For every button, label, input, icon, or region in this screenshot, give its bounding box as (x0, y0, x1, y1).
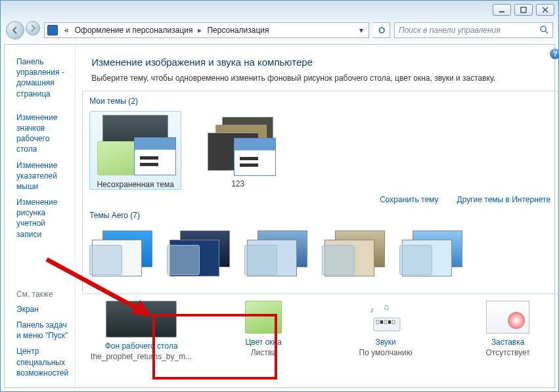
minimize-button[interactable] (493, 4, 511, 16)
sidebar-link-taskbar[interactable]: Панель задач и меню "Пуск" (16, 317, 68, 343)
setting-color[interactable]: Цвет окна Листва (211, 301, 316, 357)
breadcrumb: « Оформление и персонализация ▸ Персонал… (62, 24, 272, 36)
breadcrumb-item[interactable]: Оформление и персонализация (72, 24, 196, 36)
save-theme-link[interactable]: Сохранить тему (380, 195, 438, 204)
svg-text:♪: ♪ (370, 305, 374, 315)
toolbar: « Оформление и персонализация ▸ Персонал… (1, 19, 558, 41)
svg-rect-8 (380, 320, 383, 324)
setting-background-value: the_prophet_returns_by_m... (89, 352, 194, 361)
sidebar-link-display[interactable]: Экран (16, 301, 68, 317)
svg-rect-9 (384, 320, 387, 324)
sidebar-link-account[interactable]: Изменение рисунка учетной записи (16, 194, 68, 242)
window-frame: « Оформление и персонализация ▸ Персонал… (0, 0, 559, 392)
titlebar (1, 1, 558, 19)
sidebar-link-icons[interactable]: Изменение значков рабочего стола (16, 110, 68, 158)
setting-sounds-link[interactable]: Звуки (333, 338, 438, 347)
setting-sounds[interactable]: ♪ ♫ Звуки По умолчанию (333, 301, 438, 357)
theme-name: Несохраненная тема (90, 180, 181, 189)
search-placeholder: Поиск в панели управления (399, 26, 501, 35)
aero-theme[interactable] (399, 225, 465, 280)
svg-text:♫: ♫ (383, 303, 389, 312)
svg-rect-11 (392, 320, 395, 324)
setting-color-link[interactable]: Цвет окна (211, 338, 316, 347)
main-content: ? Изменение изображения и звука на компь… (76, 45, 559, 387)
more-themes-link[interactable]: Другие темы в Интернете (457, 195, 551, 204)
forward-button[interactable] (26, 21, 40, 35)
search-input[interactable]: Поиск в панели управления (394, 22, 553, 38)
theme-thumbnail (195, 111, 280, 177)
setting-color-value: Листва (211, 348, 316, 357)
nav-buttons (6, 21, 40, 39)
svg-point-2 (541, 26, 546, 32)
maximize-button[interactable] (514, 4, 533, 16)
svg-line-3 (545, 31, 548, 33)
sidebar-link-accessibility[interactable]: Центр специальных возможностей (16, 343, 68, 381)
sounds-icon: ♪ ♫ (366, 301, 405, 334)
setting-screensaver-link[interactable]: Заставка (455, 338, 559, 347)
see-also-header: См. также (16, 290, 68, 299)
themes-list[interactable]: Мои темы (2) Несохраненная тема (82, 91, 559, 294)
setting-background[interactable]: Фон рабочего стола the_prophet_returns_b… (89, 301, 194, 361)
control-panel-icon (47, 25, 58, 35)
sidebar-link-home[interactable]: Панель управления - домашняя страница (16, 54, 68, 102)
sidebar-link-cursors[interactable]: Изменение указателей мыши (16, 158, 68, 195)
help-icon[interactable]: ? (550, 49, 559, 59)
address-bar[interactable]: « Оформление и персонализация ▸ Персонал… (44, 22, 369, 38)
page-description: Выберите тему, чтобы одновременно измени… (76, 73, 559, 91)
aero-theme[interactable] (167, 225, 233, 280)
address-dropdown-icon[interactable]: ▾ (357, 26, 366, 35)
refresh-button[interactable] (373, 22, 390, 38)
group-aero-label: Темы Aero (7) (85, 208, 558, 221)
back-button[interactable] (6, 21, 24, 39)
svg-rect-10 (388, 320, 391, 324)
color-thumb (245, 301, 282, 334)
theme-item-123[interactable]: 123 (192, 111, 284, 190)
aero-theme[interactable] (89, 225, 155, 280)
page-title: Изменение изображения и звука на компьют… (76, 45, 559, 73)
setting-screensaver[interactable]: Заставка Отсутствует (455, 301, 559, 357)
setting-screensaver-value: Отсутствует (455, 348, 559, 357)
address-right: ▾ (357, 26, 366, 35)
chevron-right-icon: ▸ (196, 26, 204, 35)
search-icon[interactable] (539, 25, 548, 36)
settings-row: Фон рабочего стола the_prophet_returns_b… (76, 294, 559, 366)
close-button[interactable] (536, 4, 554, 16)
setting-background-link[interactable]: Фон рабочего стола (89, 341, 194, 351)
group-aero-themes (85, 221, 558, 280)
aero-theme[interactable] (322, 225, 388, 280)
theme-name: 123 (192, 179, 284, 188)
aero-theme[interactable] (244, 225, 310, 280)
setting-sounds-value: По умолчанию (333, 348, 438, 357)
svg-rect-1 (521, 7, 526, 12)
breadcrumb-prefix[interactable]: « (62, 24, 72, 36)
background-thumb (106, 301, 177, 338)
theme-item-unsaved[interactable]: Несохраненная тема (89, 111, 181, 190)
theme-thumbnail (93, 112, 178, 177)
breadcrumb-item[interactable]: Персонализация (204, 24, 271, 36)
svg-rect-6 (374, 318, 400, 331)
group-links: Сохранить тему Другие темы в Интернете (85, 192, 558, 208)
sidebar: Панель управления - домашняя страница Из… (5, 45, 76, 387)
group-my-themes: Несохраненная тема 123 (85, 107, 558, 192)
group-my-themes-label: Мои темы (2) (85, 94, 558, 107)
svg-rect-7 (376, 320, 379, 324)
client-area: Панель управления - домашняя страница Из… (4, 44, 555, 388)
screensaver-icon (486, 301, 529, 334)
